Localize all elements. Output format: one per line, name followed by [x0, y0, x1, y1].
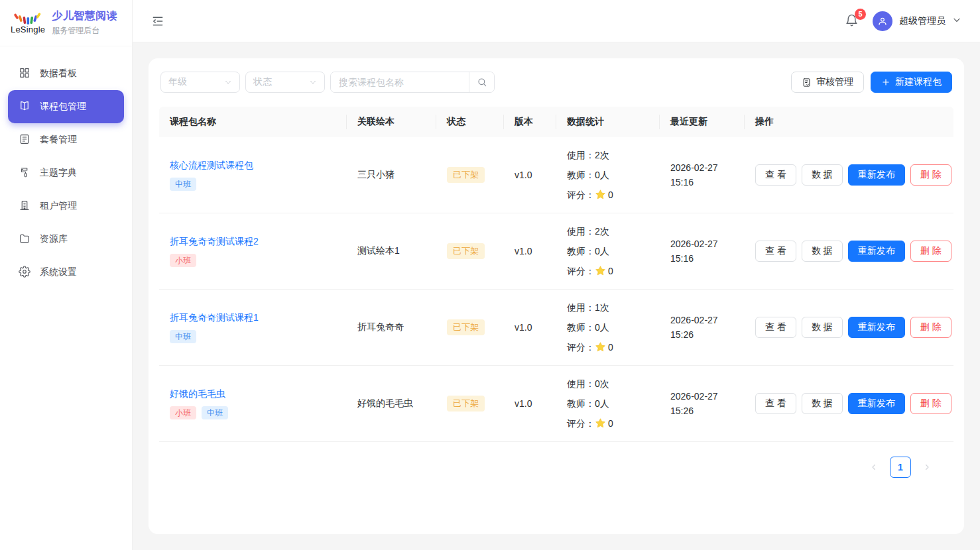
table-row: 好饿的毛毛虫 小班中班 好饿的毛毛虫 已下架 v1.0 使用：0次 教师：0人 … [159, 366, 953, 442]
republish-button[interactable]: 重新发布 [848, 317, 905, 338]
delete-button[interactable]: 删 除 [910, 241, 951, 262]
sidebar-item-tenants[interactable]: 租户管理 [0, 190, 132, 223]
column-header: 版本 [504, 116, 556, 128]
user-menu[interactable]: 超级管理员 [873, 11, 961, 31]
rating-stat: 评分：0 [567, 413, 649, 433]
tenant-building-icon [19, 199, 31, 213]
republish-button[interactable]: 重新发布 [848, 393, 905, 414]
updated-time: 15:26 [670, 404, 734, 418]
view-button[interactable]: 查 看 [755, 393, 796, 414]
updated-time: 15:16 [670, 251, 734, 266]
lesingle-wordmark: LeSingle [11, 25, 45, 34]
data-button[interactable]: 数 据 [802, 317, 843, 338]
teachers-stat: 教师：0人 [567, 165, 649, 185]
sidebar-item-plans[interactable]: 套餐管理 [0, 123, 132, 156]
sidebar-item-label: 主题字典 [40, 167, 77, 179]
grade-tag: 中班 [202, 406, 228, 419]
audit-management-button[interactable]: 审核管理 [791, 72, 864, 93]
usage-stat: 使用：2次 [567, 145, 649, 165]
updated-cell: 2026-02-27 15:16 [660, 237, 745, 266]
plus-icon [881, 78, 890, 87]
sidebar-item-course-packages[interactable]: 课程包管理 [8, 90, 124, 123]
star-icon [595, 342, 608, 353]
updated-time: 15:26 [670, 327, 734, 342]
linked-book-cell: 测试绘本1 [347, 245, 436, 257]
course-package-link[interactable]: 折耳兔奇奇测试课程1 [170, 312, 259, 323]
search-input[interactable] [331, 72, 469, 92]
prev-page-button[interactable] [863, 457, 885, 478]
theme-dictionary-icon [19, 166, 31, 180]
status-badge: 已下架 [447, 396, 485, 412]
course-package-link[interactable]: 好饿的毛毛虫 [170, 388, 225, 399]
status-badge: 已下架 [447, 243, 485, 259]
teachers-stat: 教师：0人 [567, 394, 649, 413]
status-badge: 已下架 [447, 319, 485, 335]
page-number-1[interactable]: 1 [890, 457, 911, 478]
user-name: 超级管理员 [899, 15, 946, 27]
column-header: 操作 [745, 116, 953, 128]
data-button[interactable]: 数 据 [802, 241, 843, 262]
updated-time: 15:16 [670, 175, 734, 190]
grade-filter-select[interactable]: 年级 [160, 72, 240, 93]
sidebar-item-dashboard[interactable]: 数据看板 [0, 57, 132, 90]
column-header: 数据统计 [556, 116, 660, 128]
delete-button[interactable]: 删 除 [910, 393, 951, 414]
sidebar-item-settings[interactable]: 系统设置 [0, 256, 132, 289]
chevron-left-icon [869, 463, 879, 472]
course-name-cell: 好饿的毛毛虫 小班中班 [159, 388, 347, 419]
version-cell: v1.0 [504, 398, 556, 409]
sidebar-item-theme-dictionary[interactable]: 主题字典 [0, 156, 132, 190]
teachers-stat: 教师：0人 [567, 317, 649, 337]
view-button[interactable]: 查 看 [755, 241, 796, 262]
filter-toolbar: 年级 状态 [159, 72, 953, 93]
sidebar-item-label: 租户管理 [40, 200, 77, 212]
chevron-down-icon [309, 78, 317, 86]
actions-cell: 查 看 数 据 重新发布 删 除 [745, 164, 962, 186]
stats-cell: 使用：0次 教师：0人 评分：0 [556, 374, 660, 433]
status-filter-select[interactable]: 状态 [245, 72, 325, 93]
updated-date: 2026-02-27 [670, 389, 734, 404]
lesingle-logo-icon: LeSingle [11, 11, 45, 34]
view-button[interactable]: 查 看 [755, 317, 796, 338]
data-button[interactable]: 数 据 [802, 393, 843, 414]
view-button[interactable]: 查 看 [755, 164, 796, 186]
audit-icon [802, 78, 812, 87]
grade-tag: 中班 [170, 330, 196, 343]
course-package-link[interactable]: 折耳兔奇奇测试课程2 [170, 236, 259, 247]
column-header: 最近更新 [660, 116, 745, 128]
search-button[interactable] [469, 72, 494, 92]
course-package-link[interactable]: 核心流程测试课程包 [170, 160, 253, 170]
content-area: 年级 状态 [133, 42, 980, 550]
sidebar-item-resources[interactable]: 资源库 [0, 223, 132, 256]
actions-cell: 查 看 数 据 重新发布 删 除 [745, 241, 962, 262]
stats-cell: 使用：1次 教师：0人 评分：0 [556, 298, 660, 357]
delete-button[interactable]: 删 除 [910, 317, 951, 338]
rating-stat: 评分：0 [567, 337, 649, 357]
republish-button[interactable]: 重新发布 [848, 164, 905, 186]
stats-cell: 使用：2次 教师：0人 评分：0 [556, 145, 660, 205]
course-name-cell: 折耳兔奇奇测试课程1 中班 [159, 312, 347, 343]
usage-stat: 使用：2次 [567, 221, 649, 241]
menu-fold-icon[interactable] [149, 12, 167, 30]
status-cell: 已下架 [436, 396, 504, 412]
course-package-card: 年级 状态 [149, 58, 964, 534]
grade-filter-placeholder: 年级 [168, 76, 187, 88]
course-package-table: 课程包名称 关联绘本 状态 版本 数据统计 最近更新 操作 核心流程测试课程包 … [159, 107, 953, 442]
republish-button[interactable]: 重新发布 [848, 241, 905, 262]
teachers-stat: 教师：0人 [567, 241, 649, 261]
create-course-package-button[interactable]: 新建课程包 [871, 72, 952, 93]
data-button[interactable]: 数 据 [802, 164, 843, 186]
status-filter-placeholder: 状态 [253, 76, 272, 88]
brand-logo: LeSingle 少儿智慧阅读 服务管理后台 [0, 0, 132, 46]
delete-button[interactable]: 删 除 [910, 164, 951, 186]
course-name-cell: 核心流程测试课程包 中班 [159, 160, 347, 191]
updated-cell: 2026-02-27 15:26 [660, 313, 745, 342]
gear-icon [19, 266, 31, 280]
updated-cell: 2026-02-27 15:26 [660, 389, 745, 418]
status-cell: 已下架 [436, 319, 504, 335]
sidebar-item-label: 课程包管理 [40, 101, 86, 113]
notification-bell-icon[interactable]: 5 [845, 13, 861, 29]
next-page-button[interactable] [916, 457, 938, 478]
table-row: 折耳兔奇奇测试课程2 小班 测试绘本1 已下架 v1.0 使用：2次 教师：0人… [159, 213, 953, 290]
tag-list: 中班 [170, 178, 336, 191]
